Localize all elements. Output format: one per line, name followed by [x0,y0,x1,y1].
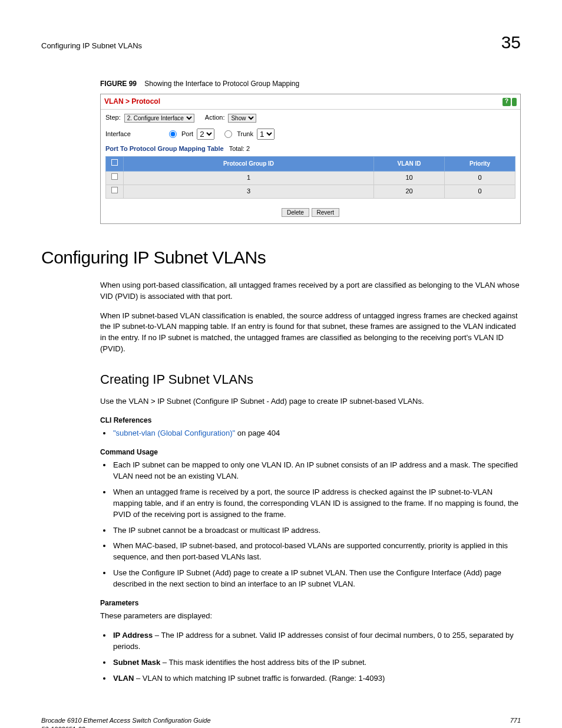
section-heading-h2: Creating IP Subnet VLANs [100,370,521,389]
header-section-title: Configuring IP Subnet VLANs [41,41,142,52]
action-select[interactable]: Show [228,114,256,123]
panel-title-bar: VLAN > Protocol ? [101,94,520,110]
list-item: Use the Configure IP Subnet (Add) page t… [112,568,521,590]
page-footer: Brocade 6910 Ethernet Access Switch Conf… [41,716,521,728]
port-label: Port [181,130,193,139]
list-item: IP Address – The IP address for a subnet… [112,630,521,653]
footer-doc-info: Brocade 6910 Ethernet Access Switch Conf… [41,716,211,728]
mapping-table-caption: Port To Protocol Group Mapping Table Tot… [101,142,520,156]
cli-reference-link[interactable]: "subnet-vlan (Global Configuration)" [113,429,235,437]
col-group-id: Protocol Group ID [124,157,374,172]
delete-button[interactable]: Delete [282,208,309,217]
intro-paragraph-1: When using port-based classification, al… [100,280,521,302]
figure-screenshot: VLAN > Protocol ? Step: 2. Configure Int… [100,94,521,224]
command-usage-list: Each IP subnet can be mapped to only one… [112,460,521,589]
cell-group: 1 [124,171,374,185]
parameters-intro: These parameters are displayed: [100,611,521,622]
header-chapter-number: 35 [501,29,521,55]
cell-vlan: 20 [374,185,445,198]
header-checkbox-cell [106,157,124,172]
param-desc: – VLAN to which matching IP subnet traff… [134,674,385,683]
cli-references-label: CLI References [100,416,521,426]
table-row: 1 10 0 [106,171,515,185]
intro-paragraph-2: When IP subnet-based VLAN classification… [100,311,521,355]
page-header: Configuring IP Subnet VLANs 35 [41,29,521,55]
cli-reference-suffix: on page 404 [235,429,280,437]
interface-row: Interface Port 2 Trunk 1 [101,126,520,142]
command-usage-label: Command Usage [100,447,521,457]
trunk-radio[interactable] [224,130,232,138]
revert-button[interactable]: Revert [312,208,339,217]
mapping-table-total: Total: 2 [229,145,250,152]
figure-label: FIGURE 99 [100,80,137,88]
cli-references-list: "subnet-vlan (Global Configuration)" on … [112,428,521,439]
panel-breadcrumb: VLAN > Protocol [104,97,160,107]
cell-priority: 0 [445,185,515,198]
step-select[interactable]: 2. Configure Interface [124,114,194,123]
mapping-table-title: Port To Protocol Group Mapping Table [105,145,224,152]
col-priority: Priority [445,157,515,172]
parameters-label: Parameters [100,598,521,608]
mapping-table: Protocol Group ID VLAN ID Priority 1 10 … [105,156,515,198]
interface-label: Interface [105,130,164,139]
port-radio[interactable] [169,130,177,138]
footer-doc-number: 53-1002651-02 [41,726,85,728]
help-icon[interactable]: ? [503,98,511,106]
panel-help-icons: ? [503,98,517,106]
footer-title: Brocade 6910 Ethernet Access Switch Conf… [41,717,211,724]
action-label: Action: [205,113,225,123]
section-heading-h1: Configuring IP Subnet VLANs [41,245,521,271]
step-label: Step: [105,113,121,123]
parameters-list: IP Address – The IP address for a subnet… [112,630,521,684]
list-item: Each IP subnet can be mapped to only one… [112,460,521,482]
figure-caption: FIGURE 99 Showing the Interface to Proto… [100,79,521,89]
row-checkbox[interactable] [111,173,118,180]
cell-group: 3 [124,185,374,198]
info-icon[interactable] [512,98,517,106]
list-item: When an untagged frame is received by a … [112,487,521,521]
list-item: VLAN – VLAN to which matching IP subnet … [112,673,521,684]
intro-paragraph-3: Use the VLAN > IP Subnet (Configure IP S… [100,396,521,407]
list-item: The IP subnet cannot be a broadcast or m… [112,525,521,536]
param-term: Subnet Mask [113,658,160,667]
list-item: Subnet Mask – This mask identifies the h… [112,657,521,668]
step-action-row: Step: 2. Configure Interface Action: Sho… [101,110,520,126]
list-item: When MAC-based, IP subnet-based, and pro… [112,541,521,563]
param-desc: – This mask identifies the host address … [160,658,366,667]
cell-vlan: 10 [374,171,445,185]
table-row: 3 20 0 [106,185,515,198]
row-checkbox[interactable] [111,187,118,193]
port-select[interactable]: 2 [197,129,214,140]
footer-page-number: 771 [510,716,521,728]
trunk-label: Trunk [237,130,253,139]
figure-caption-text: Showing the Interface to Protocol Group … [144,80,299,88]
col-vlan-id: VLAN ID [374,157,445,172]
cell-priority: 0 [445,171,515,185]
trunk-select[interactable]: 1 [257,129,275,140]
param-term: VLAN [113,674,134,683]
list-item: "subnet-vlan (Global Configuration)" on … [112,428,521,439]
param-term: IP Address [113,631,153,640]
table-buttons: Delete Revert [101,203,520,224]
param-desc: – The IP address for a subnet. Valid IP … [113,631,514,651]
select-all-checkbox[interactable] [111,159,118,166]
